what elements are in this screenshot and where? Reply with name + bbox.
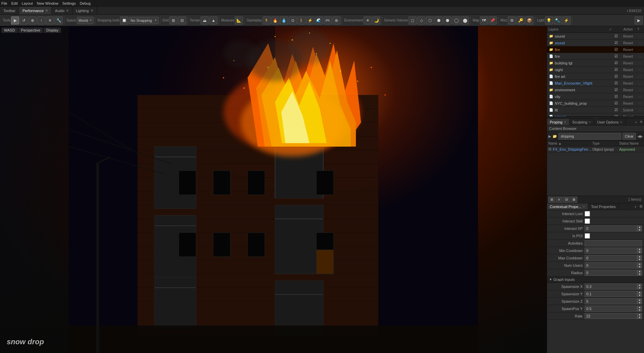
prop-value-interact-xp[interactable] [585, 225, 637, 232]
prop-check-interact-skill[interactable] [585, 218, 590, 224]
props-settings-icon[interactable]: ⚙ [638, 204, 644, 209]
layer-check-building-lgt[interactable]: ☑ [613, 61, 619, 65]
viewport[interactable]: WASD Perspective Display snow drop [0, 26, 547, 353]
tab-performance[interactable]: Performance ✕ [19, 7, 52, 14]
light-btn1[interactable]: 💡 [545, 16, 553, 24]
tool-move-btn[interactable]: ↑ [37, 16, 45, 24]
layer-check-fire1[interactable]: ☑ [613, 47, 619, 52]
layer-check-sound1[interactable]: ☑ [613, 34, 619, 38]
menu-layout[interactable]: Layout [22, 1, 33, 5]
gameplay-btn4[interactable]: ⊙ [289, 16, 297, 24]
layer-check-night[interactable]: ☑ [613, 67, 619, 72]
panel-view-btn2[interactable]: ≡ [556, 197, 562, 203]
light-btn2[interactable]: 🔦 [554, 16, 562, 24]
misc-btn1[interactable]: ⚙ [508, 16, 516, 24]
layer-check-city[interactable]: ☑ [613, 94, 619, 99]
prop-spinner-up-interact-xp[interactable]: ▲▼ [637, 225, 642, 232]
tab-proping-close[interactable]: ✕ [564, 120, 567, 124]
space-dropdown[interactable]: World [77, 17, 94, 24]
menu-debug[interactable]: Debug [80, 1, 91, 5]
tab-proping[interactable]: Proping ✕ [547, 119, 570, 125]
panel-view-btn4[interactable]: ⊠ [571, 197, 577, 203]
prop-value-spawnsize-y[interactable] [585, 291, 637, 297]
tab-lighting[interactable]: Lighting ✕ [72, 7, 97, 14]
misc-btn2[interactable]: 🔑 [517, 16, 525, 24]
env-btn2[interactable]: 🌙 [372, 16, 380, 24]
layer-revert-fire1[interactable]: Revert [622, 48, 634, 52]
layer-more-sound1[interactable]: ⋯ [638, 35, 642, 38]
col-header-status[interactable]: Status Name [619, 142, 643, 145]
props-add-btn[interactable]: + [633, 205, 638, 209]
tab-user-options[interactable]: User Options ✕ [594, 119, 626, 125]
gameplay-btn9[interactable]: ⊛ [332, 16, 340, 24]
tab-sculpting-close[interactable]: ✕ [589, 120, 591, 124]
prop-spinner-up-max-cooldown[interactable]: ▲▼ [637, 255, 642, 261]
prop-value-num-users[interactable] [585, 262, 637, 268]
vol-btn7[interactable]: ⬤ [461, 16, 469, 24]
layer-revert-fire-art[interactable]: Revert [622, 75, 634, 79]
panel-add-btn[interactable]: + [634, 120, 638, 124]
layer-revert-city[interactable]: Revert [622, 95, 634, 99]
gameplay-btn3[interactable]: 💧 [280, 16, 288, 24]
vol-btn4[interactable]: ⬢ [435, 16, 443, 24]
layer-more-city[interactable]: ⋯ [638, 95, 642, 99]
layer-more-sound2[interactable]: ⋯ [638, 41, 642, 45]
map-btn2[interactable]: 📌 [489, 16, 497, 24]
tab-user-options-close[interactable]: ✕ [620, 120, 623, 124]
layer-revert-nyc[interactable]: Revert [622, 102, 634, 105]
layer-check-environment[interactable]: ☑ [613, 88, 619, 92]
panel-close-btn[interactable]: ✕ [638, 120, 644, 124]
layer-more-mari[interactable]: ⋯ [638, 82, 642, 85]
layer-more-environment[interactable]: ⋯ [638, 88, 642, 92]
menu-file[interactable]: File [1, 1, 7, 5]
map-btn1[interactable]: 🗺 [480, 16, 488, 24]
tab-audio-close[interactable]: ✕ [66, 9, 69, 12]
menu-new-window[interactable]: New Window [37, 1, 58, 5]
prop-section-graph-inputs[interactable]: Graph Inputs [547, 276, 644, 283]
toolbar-overflow-btn[interactable]: ▶ [635, 16, 643, 24]
prop-value-min-cooldown[interactable] [585, 248, 637, 254]
tab-contextual-props[interactable]: Contextual Prope... ✕ [547, 203, 588, 210]
prop-value-spawnpos-y[interactable] [585, 306, 637, 312]
content-row-name[interactable]: FX_Env_DrippingFire_CustomSize [553, 147, 592, 151]
search-input[interactable] [558, 133, 621, 140]
layer-more-nyc[interactable]: ⋯ [638, 102, 642, 105]
search-options-btn[interactable]: ◀▶ [637, 134, 643, 139]
viewport-tab-display[interactable]: Display [44, 28, 61, 33]
prop-spinner-up-spawnsize-y[interactable]: ▲▼ [637, 291, 642, 297]
col-header-name[interactable]: Name ▲ [548, 142, 592, 145]
prop-value-spawnsize-z[interactable] [585, 298, 637, 304]
prop-spinner-up-num-users[interactable]: ▲▼ [637, 262, 642, 268]
prop-spinner-up-radius[interactable]: ▲▼ [637, 270, 642, 276]
prop-check-interact-loot[interactable] [585, 211, 590, 216]
prop-spinner-up-min-cooldown[interactable]: ▲▼ [637, 248, 642, 254]
tab-tool-properties[interactable]: Tool Properties [588, 203, 619, 210]
viewport-tab-wasd[interactable]: WASD [1, 28, 18, 33]
snapping-dropdown[interactable]: No Snapping [129, 17, 159, 24]
tab-lighting-close[interactable]: ✕ [91, 9, 93, 12]
gameplay-btn5[interactable]: 🚶 [298, 16, 306, 24]
grid-btn2[interactable]: ⊟ [178, 16, 186, 24]
gameplay-btn8[interactable]: 🎮 [324, 16, 332, 24]
viewport-tab-perspective[interactable]: Perspective [18, 28, 43, 33]
terrain-btn2[interactable]: ▲ [209, 16, 217, 24]
prop-check-is-poi[interactable] [585, 233, 590, 239]
layer-more-night[interactable]: ⋯ [638, 68, 642, 72]
prop-spinner-up-spawnsize-x[interactable]: ▲▼ [637, 284, 642, 290]
gameplay-btn1[interactable]: 🏃 [263, 16, 271, 24]
prop-spinner-up-rate[interactable]: ▲▼ [637, 313, 642, 319]
vol-btn5[interactable]: ⬣ [443, 16, 451, 24]
snapping-icon-btn[interactable]: 🔲 [120, 16, 128, 24]
vol-btn2[interactable]: ◇ [417, 16, 425, 24]
prop-value-radius[interactable] [585, 270, 637, 276]
prop-value-rate[interactable] [585, 313, 637, 319]
layer-submit-ttt[interactable]: Submit [622, 108, 634, 112]
prop-value-activities[interactable] [585, 240, 642, 246]
layer-revert-sound2[interactable]: Revert [622, 41, 634, 45]
layer-check-mari[interactable]: ☑ [613, 81, 619, 85]
light-btn3[interactable]: ⚡ [562, 16, 571, 24]
panel-view-btn3[interactable]: ⊟ [563, 197, 570, 203]
tool-wrench-btn[interactable]: 🔧 [55, 16, 63, 24]
layer-revert-building-lgt[interactable]: Revert [622, 61, 634, 65]
terrain-btn1[interactable]: ⛰ [201, 16, 209, 24]
